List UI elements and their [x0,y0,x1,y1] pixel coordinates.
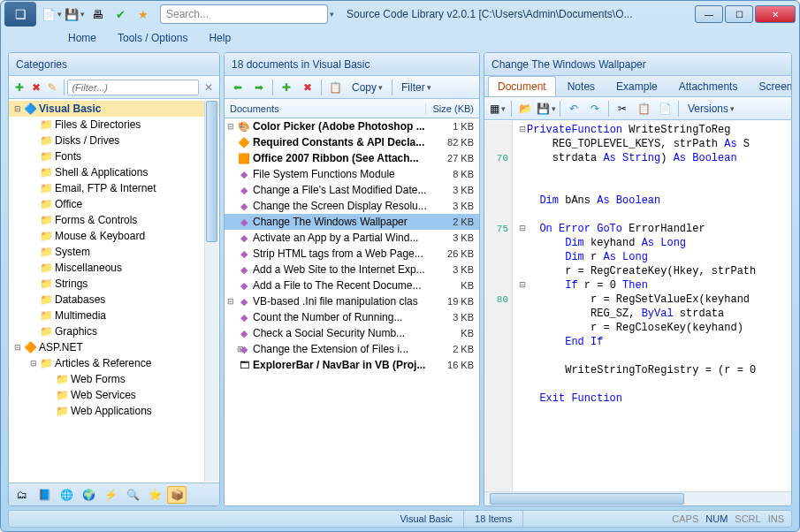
tree-item[interactable]: 📁Databases [9,292,219,308]
document-row[interactable]: ◆Strip HTML tags from a Web Page...26 KB [225,246,479,262]
document-row[interactable]: ◆Count the Number of Running...3 KB [225,309,479,325]
category-filter-input[interactable] [67,80,199,95]
lang-js-icon[interactable]: ⚡ [101,486,120,504]
tree-item[interactable]: 📁Web Forms [9,371,219,387]
tree-item[interactable]: ⊟🔶ASP.NET [9,339,219,355]
delete-icon[interactable]: ✖ [29,79,44,96]
document-row[interactable]: ◆Add a File to The Recent Docume...KB [225,277,479,293]
fold-icon[interactable]: ⊟ [518,123,527,137]
expand-icon[interactable]: ⊟ [225,122,237,131]
document-row[interactable]: 🔶Required Constants & API Decla...82 KB [225,134,479,150]
tree-item[interactable]: 📁Files & Directories [9,117,219,133]
menu-tools[interactable]: Tools / Options [118,32,187,44]
expand-icon[interactable]: ⊟ [225,297,237,306]
tree-item[interactable]: 📁Web Services [9,387,219,403]
delete-doc-icon[interactable]: ✖ [298,79,317,96]
paste-icon[interactable]: 📄 [655,100,674,118]
app-icon[interactable]: ❏ [4,2,36,27]
col-documents[interactable]: Documents [225,103,426,114]
lang-fav-icon[interactable]: ⭐ [145,486,164,504]
horizontal-scrollbar[interactable] [484,491,791,505]
document-row[interactable]: ⊞◆Change the Extension of Files i...2 KB [225,341,479,357]
col-size[interactable]: Size (KB) [426,103,479,114]
close-button[interactable]: ✕ [755,5,796,23]
tree-item[interactable]: 📁Web Applications [9,403,219,419]
expand-icon[interactable]: ⊟ [28,359,39,368]
code-body[interactable]: ⊟PrivateFunction WriteStringToReg REG_TO… [513,121,791,491]
document-row[interactable]: ◆File System Functions Module8 KB [225,166,479,182]
cut-icon[interactable]: ✂ [613,100,632,118]
menu-help[interactable]: Help [209,32,231,44]
tree-item[interactable]: 📁Office [9,196,219,212]
tree-item[interactable]: 📁Miscellaneous [9,260,219,276]
scrollbar-thumb[interactable] [206,101,217,242]
document-row[interactable]: 🟧Office 2007 Ribbon (See Attach...27 KB [225,150,479,166]
document-row[interactable]: ◆Check a Social Security Numb...KB [225,325,479,341]
tree-item[interactable]: 📁Fonts [9,148,219,164]
lang-all-icon[interactable]: 🗂 [12,486,32,504]
lang-search-icon[interactable]: 🔍 [123,486,142,504]
documents-columns[interactable]: Documents Size (KB) [225,99,479,118]
undo-icon[interactable]: ↶ [564,100,583,118]
tree-item[interactable]: 📁Shell & Applications [9,164,219,180]
tree-item[interactable]: 📁Multimedia [9,308,219,323]
tab-notes[interactable]: Notes [558,76,605,96]
back-icon[interactable]: ⬅ [228,79,248,96]
redo-icon[interactable]: ↷ [585,100,605,118]
scrollbar[interactable] [204,101,218,482]
search-input[interactable] [166,8,322,20]
search-dropdown-icon[interactable]: ▾ [330,10,334,19]
global-search[interactable] [160,4,328,24]
tree-item[interactable]: 📁Graphics [9,323,219,339]
code-editor[interactable]: 70 75 80 ⊟PrivateFunction WriteStringToR… [484,120,791,491]
tree-item[interactable]: ⊟📁Articles & Reference [9,355,219,371]
document-row[interactable]: 🗔ExplorerBar / NavBar in VB (Proj...16 K… [225,357,479,373]
fold-icon[interactable]: ⊟ [518,278,527,293]
tree-item[interactable]: 📁Email, FTP & Internet [9,180,219,196]
save-icon[interactable]: 💾▾ [537,100,556,118]
document-row[interactable]: ◆Change the Screen Display Resolu...3 KB [225,198,479,214]
tab-screenshots[interactable]: Screenshots [749,76,792,96]
add-doc-icon[interactable]: ✚ [277,79,296,96]
tab-attachments[interactable]: Attachments [669,76,748,96]
lang-net-icon[interactable]: 🌍 [79,486,98,504]
lang-other-icon[interactable]: 📦 [167,486,187,504]
save-icon[interactable]: 💾▾ [65,4,84,24]
maximize-button[interactable]: ☐ [725,5,753,23]
document-row[interactable]: ◆Change a File's Last Modified Date...3 … [225,182,479,198]
filter-button[interactable]: Filter ▾ [396,79,437,96]
tree-item[interactable]: 📁Mouse & Keyboard [9,228,219,244]
copy-icon[interactable]: 📋 [325,79,345,96]
categories-tree[interactable]: ⊟🔷Visual Basic📁Files & Directories📁Disks… [9,99,219,483]
document-row[interactable]: ◆Add a Web Site to the Internet Exp...3 … [225,262,479,277]
print-icon[interactable]: 🖶 [88,4,107,24]
minimize-button[interactable]: — [695,5,723,23]
lang-vb-icon[interactable]: 📘 [34,486,54,504]
view-mode-icon[interactable]: ▦▾ [488,100,507,118]
fold-icon[interactable]: ⊟ [518,222,527,236]
forward-icon[interactable]: ➡ [249,79,269,96]
tree-item[interactable]: 📁Forms & Controls [9,212,219,228]
expand-icon[interactable]: ⊞ [225,345,237,353]
favorite-icon[interactable]: ★ [133,4,153,24]
tree-item[interactable]: ⊟🔷Visual Basic [9,101,219,117]
documents-list[interactable]: ⊟🎨Color Picker (Adobe Photoshop ...1 KB🔶… [225,118,479,505]
add-icon[interactable]: ✚ [12,79,27,96]
tree-item[interactable]: 📁Strings [9,276,219,292]
copy-code-icon[interactable]: 📋 [634,100,653,118]
open-icon[interactable]: 📂 [515,100,535,118]
tab-document[interactable]: Document [488,76,556,96]
document-row[interactable]: ⊟🎨Color Picker (Adobe Photoshop ...1 KB [225,118,479,134]
tree-item[interactable]: 📁System [9,244,219,260]
new-icon[interactable]: 📄▾ [42,4,61,24]
document-row[interactable]: ⊟◆VB-based .Ini file manipulation clas19… [225,293,479,309]
expand-icon[interactable]: ⊟ [12,104,23,113]
tree-item[interactable]: 📁Disks / Drives [9,133,219,148]
scrollbar-thumb[interactable] [490,493,684,505]
versions-button[interactable]: Versions ▾ [682,100,740,118]
document-row[interactable]: ◆Activate an App by a Partial Wind...3 K… [225,230,479,246]
expand-icon[interactable]: ⊟ [12,343,23,352]
document-row[interactable]: ◆Change The Windows Wallpaper2 KB [225,214,479,230]
menu-home[interactable]: Home [68,32,96,44]
edit-icon[interactable]: ✎ [45,79,60,96]
